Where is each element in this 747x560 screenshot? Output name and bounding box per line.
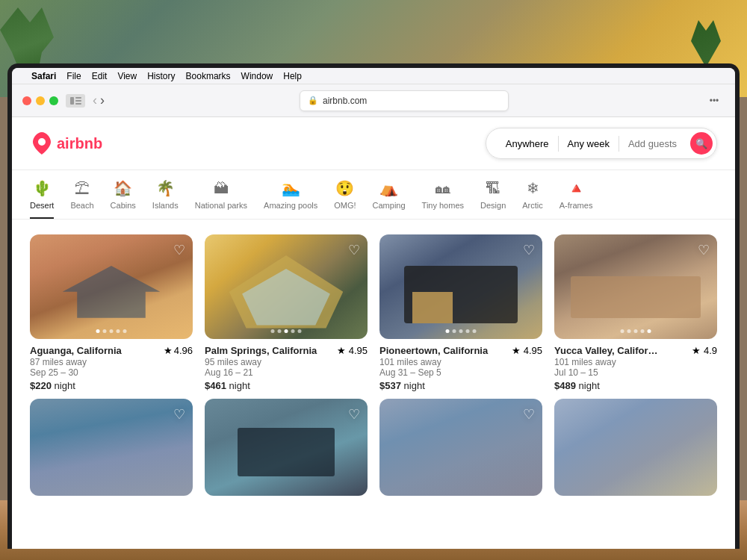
category-tiny-homes[interactable]: 🏘 Tiny homes xyxy=(422,180,464,219)
category-beach[interactable]: ⛱ Beach xyxy=(70,180,93,219)
view-menu[interactable]: View xyxy=(117,71,137,81)
wishlist-btn-3[interactable]: ♡ xyxy=(523,242,535,258)
wishlist-btn-1[interactable]: ♡ xyxy=(173,242,185,258)
wishlist-btn-6[interactable]: ♡ xyxy=(348,406,360,423)
camping-label: Camping xyxy=(373,201,406,210)
cabins-icon: 🏠 xyxy=(114,179,132,197)
property-card-8[interactable] xyxy=(554,399,717,497)
design-label: Design xyxy=(480,201,506,210)
dots-2 xyxy=(271,329,302,333)
property-location-3: Pioneertown, California xyxy=(379,345,488,356)
lock-icon: 🔒 xyxy=(308,96,318,105)
property-info-1: Aguanga, California ★ 4.96 xyxy=(30,345,193,356)
category-national-parks[interactable]: 🏔 National parks xyxy=(195,180,247,219)
close-button[interactable] xyxy=(22,96,31,105)
address-bar[interactable]: 🔒 airbnb.com xyxy=(300,90,509,111)
maximize-button[interactable] xyxy=(49,96,58,105)
property-card-1[interactable]: ♡ Aguanga, California ★ 4.96 xyxy=(30,234,193,391)
address-bar-area: 🔒 airbnb.com xyxy=(112,90,696,111)
search-pills-container: Anywhere Any week Add guests 🔍 xyxy=(486,128,717,159)
help-menu[interactable]: Help xyxy=(283,71,302,81)
navigation-buttons: ‹ › xyxy=(93,93,105,108)
forward-button[interactable]: › xyxy=(100,93,105,108)
wishlist-btn-2[interactable]: ♡ xyxy=(348,242,360,258)
property-card-4[interactable]: ♡ Yucca Valley, Califor… ★ 4.9 1 xyxy=(554,234,717,391)
wishlist-btn-4[interactable]: ♡ xyxy=(698,242,710,258)
property-card-5[interactable]: ♡ xyxy=(30,399,193,497)
property-photo-6 xyxy=(205,399,368,497)
property-price-3: $537 night xyxy=(379,380,542,391)
tiny-homes-label: Tiny homes xyxy=(422,201,464,210)
laptop-frame: Safari File Edit View History Bookmarks … xyxy=(7,63,740,549)
dots-1 xyxy=(96,329,127,333)
category-aframes[interactable]: 🔺 A-frames xyxy=(560,179,593,219)
wishlist-btn-7[interactable]: ♡ xyxy=(523,406,535,423)
airbnb-logo-text: airbnb xyxy=(57,135,102,152)
property-price-1: $220 night xyxy=(30,380,193,391)
airbnb-logo-icon xyxy=(30,131,54,155)
edit-menu[interactable]: Edit xyxy=(92,71,108,81)
property-distance-2: 95 miles away xyxy=(205,357,368,367)
property-image-7: ♡ xyxy=(379,399,542,497)
airbnb-header: airbnb Anywhere Any week Add guests 🔍 xyxy=(12,117,735,170)
wishlist-btn-5[interactable]: ♡ xyxy=(173,406,185,423)
category-islands[interactable]: 🌴 Islands xyxy=(152,179,179,219)
property-card-6[interactable]: ♡ xyxy=(205,399,368,497)
omg-label: OMG! xyxy=(334,201,356,210)
islands-label: Islands xyxy=(152,201,179,210)
window-menu[interactable]: Window xyxy=(241,71,273,81)
property-photo-4 xyxy=(554,234,717,339)
search-week[interactable]: Any week xyxy=(559,136,619,152)
file-menu[interactable]: File xyxy=(66,71,81,81)
safari-menu[interactable]: Safari xyxy=(31,71,56,81)
history-menu[interactable]: History xyxy=(147,71,175,81)
category-desert[interactable]: 🌵 Desert xyxy=(30,179,54,219)
dots-3 xyxy=(446,329,477,333)
search-guests[interactable]: Add guests xyxy=(619,136,686,152)
property-info-2: Palm Springs, California ★ 4.95 xyxy=(205,345,368,356)
category-camping[interactable]: ⛺ Camping xyxy=(373,179,406,219)
national-parks-label: National parks xyxy=(195,201,247,210)
beach-icon: ⛱ xyxy=(75,180,90,197)
property-image-5: ♡ xyxy=(30,399,193,497)
property-card-2[interactable]: ♡ Palm Springs, California ★ 4.95 xyxy=(205,234,368,391)
camping-icon: ⛺ xyxy=(379,179,398,197)
property-dates-4: Jul 10 – 15 xyxy=(554,367,717,378)
property-price-2: $461 night xyxy=(205,380,368,391)
browser-menu-btn[interactable]: ••• xyxy=(704,92,725,110)
property-image-6: ♡ xyxy=(205,399,368,497)
airbnb-page: airbnb Anywhere Any week Add guests 🔍 xyxy=(12,117,735,549)
search-button[interactable]: 🔍 xyxy=(690,132,713,155)
property-price-4: $489 night xyxy=(554,380,717,391)
property-grid-row1: ♡ Aguanga, California ★ 4.96 xyxy=(12,220,735,399)
category-cabins[interactable]: 🏠 Cabins xyxy=(111,179,136,219)
sidebar-toggle[interactable] xyxy=(66,94,85,108)
search-anywhere[interactable]: Anywhere xyxy=(497,136,559,152)
category-omg[interactable]: 😲 OMG! xyxy=(334,179,356,219)
back-button[interactable]: ‹ xyxy=(93,93,97,108)
property-card-3[interactable]: ♡ Pioneertown, California ★ 4.95 xyxy=(379,234,542,391)
minimize-button[interactable] xyxy=(36,96,45,105)
arctic-label: Arctic xyxy=(522,201,543,210)
category-design[interactable]: 🏗 Design xyxy=(480,180,506,219)
category-nav: 🌵 Desert ⛱ Beach 🏠 Cabins 🌴 Islands 🏔 xyxy=(12,170,735,220)
property-grid-row2: ♡ ♡ ♡ xyxy=(12,399,735,497)
arctic-icon: ❄ xyxy=(527,179,539,197)
url-text: airbnb.com xyxy=(323,96,367,106)
property-info-4: Yucca Valley, Califor… ★ 4.9 xyxy=(554,345,717,356)
islands-icon: 🌴 xyxy=(156,179,175,197)
desert-label: Desert xyxy=(30,201,54,210)
airbnb-logo[interactable]: airbnb xyxy=(30,131,102,155)
property-card-7[interactable]: ♡ xyxy=(379,399,542,497)
category-pools[interactable]: 🏊 Amazing pools xyxy=(264,179,317,219)
design-icon: 🏗 xyxy=(486,180,500,197)
bookmarks-menu[interactable]: Bookmarks xyxy=(186,71,231,81)
property-photo-3 xyxy=(379,234,542,339)
property-info-3: Pioneertown, California ★ 4.95 xyxy=(379,345,542,356)
property-image-8 xyxy=(554,399,717,497)
property-distance-4: 101 miles away xyxy=(554,357,717,367)
property-photo-8 xyxy=(554,399,717,497)
category-arctic[interactable]: ❄ Arctic xyxy=(522,179,543,219)
property-distance-1: 87 miles away xyxy=(30,357,193,367)
beach-label: Beach xyxy=(70,201,93,210)
